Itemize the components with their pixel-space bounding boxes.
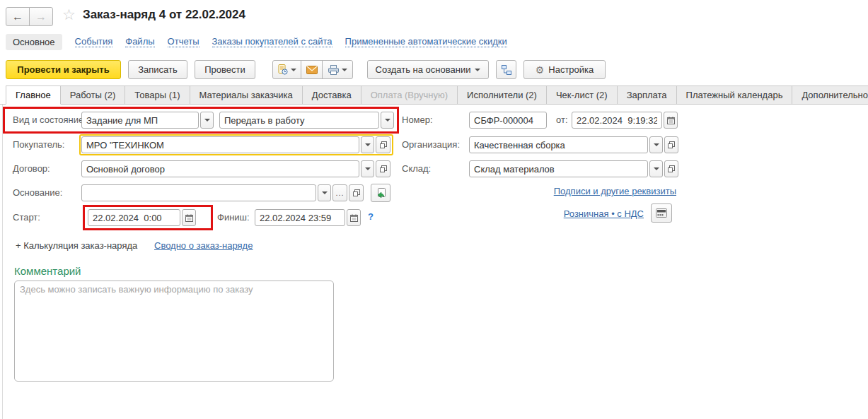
page-title: Заказ-наряд 4 от 22.02.2024 — [83, 8, 245, 22]
print-button[interactable] — [322, 60, 353, 79]
customer-label: Покупатель: — [13, 136, 64, 153]
finish-date-input[interactable] — [255, 209, 345, 226]
tab-works[interactable]: Работы (2) — [60, 85, 126, 105]
contract-open-button[interactable] — [376, 160, 390, 177]
forward-button[interactable]: → — [29, 7, 53, 26]
customer-dropdown-button[interactable] — [361, 136, 374, 153]
tab-checklist[interactable]: Чек-лист (2) — [546, 85, 618, 105]
tab-executors[interactable]: Исполнители (2) — [457, 85, 547, 105]
post-and-close-button[interactable]: Провести и закрыть — [6, 60, 121, 79]
settings-label: Настройка — [548, 64, 594, 75]
tab-payment-calendar[interactable]: Платежный календарь — [676, 85, 793, 105]
favorite-star-icon[interactable]: ☆ — [62, 6, 76, 23]
document-date-calendar-button[interactable] — [664, 112, 678, 129]
forward-icon: → — [35, 11, 47, 23]
warehouse-open-button[interactable] — [664, 160, 678, 177]
chevron-down-icon — [342, 69, 347, 71]
warehouse-dropdown-button[interactable] — [649, 160, 663, 177]
organization-input[interactable] — [469, 136, 648, 153]
basis-choose-button[interactable]: ... — [332, 184, 347, 201]
calendar-icon — [350, 214, 358, 222]
document-clock-icon — [278, 64, 288, 75]
calculator-icon — [656, 208, 667, 218]
tab-main[interactable]: Главное — [6, 85, 61, 105]
history-nav-group: ← → — [6, 7, 53, 26]
basis-dropdown-button[interactable] — [318, 184, 331, 201]
order-kind-dropdown-button[interactable] — [200, 112, 214, 129]
nav-item-files[interactable]: Файлы — [125, 36, 154, 47]
customer-open-button[interactable] — [376, 136, 390, 153]
open-form-icon — [668, 165, 675, 172]
organization-open-button[interactable] — [664, 136, 678, 153]
nav-item-events[interactable]: События — [75, 36, 113, 47]
back-icon: ← — [12, 11, 23, 23]
comment-textarea[interactable] — [14, 281, 334, 382]
order-summary-link[interactable]: Сводно о заказ-наряде — [154, 240, 253, 251]
chevron-down-icon — [365, 167, 371, 170]
toolbar-icon-group — [272, 60, 353, 79]
warehouse-label: Склад: — [402, 160, 431, 177]
signatures-requisites-link[interactable]: Подписи и другие реквизиты — [554, 186, 676, 196]
organization-label: Организация: — [402, 136, 460, 153]
fill-from-basis-button[interactable] — [371, 184, 390, 202]
organization-dropdown-button[interactable] — [649, 136, 663, 153]
envelope-icon — [306, 66, 318, 74]
finish-label: Финиш: — [217, 209, 250, 226]
nav-item-main[interactable]: Основное — [6, 34, 62, 50]
basis-input[interactable] — [81, 184, 316, 201]
settings-button[interactable]: ⚙ Настройка — [523, 60, 606, 79]
chevron-down-icon — [322, 191, 328, 194]
contract-input[interactable] — [81, 160, 359, 177]
open-form-icon — [380, 165, 387, 172]
save-button[interactable]: Записать — [128, 60, 187, 79]
chevron-down-icon — [654, 167, 659, 170]
tab-strip: Главное Работы (2) Товары (1) Материалы … — [0, 85, 868, 105]
start-date-input[interactable] — [88, 209, 180, 226]
back-button[interactable]: ← — [6, 7, 30, 26]
basis-open-button[interactable] — [349, 184, 364, 201]
order-state-input[interactable] — [219, 112, 379, 129]
kind-state-label: Вид и состояние: — [13, 112, 86, 129]
calculation-group-toggle[interactable]: + Калькуляция заказ-наряда — [16, 240, 137, 251]
tab-goods[interactable]: Товары (1) — [125, 85, 190, 105]
document-structure-icon — [502, 65, 511, 75]
section-nav: Основное События Файлы Отчеты Заказы пок… — [6, 33, 507, 51]
fill-document-green-arrow-icon — [376, 188, 386, 199]
nav-item-site-orders[interactable]: Заказы покупателей с сайта — [212, 36, 332, 47]
calendar-icon — [185, 214, 193, 222]
order-state-dropdown-button[interactable] — [381, 112, 394, 129]
nav-item-reports[interactable]: Отчеты — [168, 36, 199, 47]
post-button[interactable]: Провести — [195, 60, 255, 79]
start-calendar-button[interactable] — [182, 209, 196, 226]
create-based-on-label: Создать на основании — [376, 64, 471, 75]
price-type-link[interactable]: Розничная • с НДС — [564, 208, 644, 219]
send-email-button[interactable] — [301, 60, 323, 79]
finish-calendar-button[interactable] — [347, 209, 361, 226]
contract-dropdown-button[interactable] — [361, 160, 374, 177]
tab-salary[interactable]: Зарплата — [617, 85, 677, 105]
period-help-link[interactable]: ? — [368, 211, 374, 222]
date-label: от: — [556, 112, 568, 129]
chevron-down-icon — [291, 69, 296, 71]
prices-currency-button[interactable] — [651, 203, 672, 223]
document-date-input[interactable] — [572, 112, 662, 129]
start-label: Старт: — [13, 209, 40, 226]
tab-payment: Оплата (Вручную) — [361, 85, 458, 105]
customer-input[interactable] — [81, 136, 359, 153]
order-kind-input[interactable] — [81, 112, 199, 129]
tab-additional[interactable]: Дополнительно — [792, 85, 868, 105]
gear-icon: ⚙ — [536, 64, 545, 76]
panel-left-border — [2, 105, 3, 419]
nav-item-auto-discounts[interactable]: Примененные автоматические скидки — [345, 36, 507, 47]
save-label: Записать — [138, 64, 178, 75]
warehouse-input[interactable] — [469, 160, 648, 177]
number-input[interactable] — [469, 112, 547, 129]
tasks-reminder-button[interactable] — [272, 60, 301, 79]
tab-delivery[interactable]: Доставка — [302, 85, 361, 105]
create-based-on-button[interactable]: Создать на основании — [367, 60, 489, 79]
related-documents-button[interactable] — [496, 60, 516, 79]
chevron-down-icon — [204, 119, 210, 122]
tab-customer-materials[interactable]: Материалы заказчика — [190, 85, 303, 105]
open-form-icon — [380, 141, 387, 148]
contract-label: Договор: — [13, 160, 50, 177]
